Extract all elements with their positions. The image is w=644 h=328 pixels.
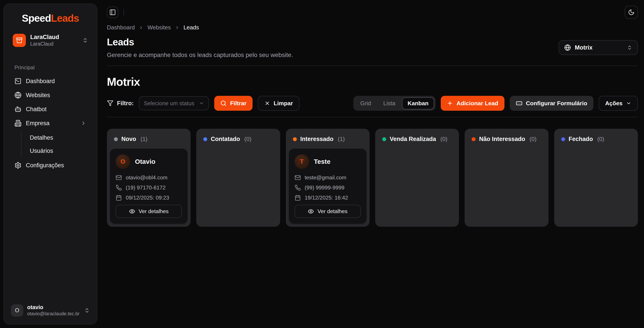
column-title: Interessado (300, 136, 334, 143)
globe-icon (564, 44, 571, 51)
mail-icon (294, 175, 301, 181)
status-dot (382, 137, 386, 141)
kanban-column: Contatado (0) (196, 129, 280, 227)
column-count: (1) (338, 136, 345, 143)
status-dot (472, 137, 476, 141)
lead-phone-text: (19) 97170-6172 (126, 185, 166, 191)
sidebar-item-configuracoes[interactable]: Configurações (9, 158, 92, 172)
kanban-board: Novo (1) O Otavio otavio@obl4.com (19) 9… (107, 129, 638, 227)
sidebar-item-websites[interactable]: Websites (9, 88, 92, 102)
filter-toolbar: Filtro: Selecione um status Filtrar Limp… (107, 96, 638, 111)
lead-card[interactable]: O Otavio otavio@obl4.com (19) 97170-6172 (110, 149, 188, 224)
mail-icon (116, 175, 122, 181)
chevron-right-icon (80, 120, 86, 126)
sidebar-item-empresa[interactable]: Empresa (9, 116, 92, 130)
breadcrumb-item-websites[interactable]: Websites (148, 24, 171, 31)
x-icon (264, 100, 270, 106)
sidebar-item-detalhes[interactable]: Detalhes (26, 131, 92, 144)
website-section-title: Motrix (107, 75, 638, 88)
user-menu[interactable]: O otavio otavio@laraclaude.tec.br (9, 302, 92, 319)
sidebar-subnav-empresa: Detalhes Usuários (21, 131, 92, 157)
view-details-button[interactable]: Ver detalhes (294, 205, 361, 218)
gear-icon (14, 162, 22, 169)
view-mode-toggle: Grid Lista Kanban (353, 96, 436, 111)
lead-card[interactable]: T Teste teste@gmail.com (99) 99999-9999 (289, 149, 366, 224)
chevron-down-icon (199, 101, 204, 106)
eye-icon (308, 208, 314, 214)
lead-date-text: 09/12/2025: 09:23 (126, 195, 169, 201)
filter-button-label: Filtrar (230, 100, 246, 107)
chevrons-up-down-icon (627, 45, 632, 50)
lead-name: Teste (314, 158, 330, 165)
kanban-column-header: Contatado (0) (199, 132, 277, 145)
sidebar-item-label: Empresa (26, 120, 50, 127)
theme-toggle-button[interactable] (625, 6, 638, 19)
column-count: (0) (440, 136, 448, 143)
workspace-selector[interactable]: LaraClaud LaraClaud (9, 31, 92, 50)
building-icon (14, 120, 22, 127)
phone-icon (116, 185, 122, 191)
site-selector[interactable]: Motrix (558, 40, 638, 55)
user-name: otavio (27, 304, 80, 310)
column-title: Não Interessado (479, 136, 525, 143)
calendar-icon (116, 195, 122, 201)
lead-avatar: T (294, 154, 309, 169)
view-mode-grid[interactable]: Grid (355, 97, 377, 109)
actions-button[interactable]: Ações (599, 96, 638, 111)
filter-button[interactable]: Filtrar (214, 96, 252, 111)
status-select[interactable]: Selecione um status (139, 96, 209, 110)
chevrons-up-down-icon (82, 38, 88, 43)
calendar-icon (294, 195, 301, 201)
sidebar-item-usuarios[interactable]: Usuários (26, 144, 92, 157)
lead-phone-text: (99) 99999-9999 (305, 185, 344, 191)
page-title: Leads (107, 37, 293, 48)
view-mode-lista[interactable]: Lista (378, 97, 401, 109)
lead-phone-row: (99) 99999-9999 (294, 185, 361, 191)
chevrons-up-down-icon (84, 308, 90, 313)
kanban-column: Não Interessado (0) (464, 129, 548, 227)
sidebar-toggle-button[interactable] (107, 7, 118, 18)
clear-button[interactable]: Limpar (258, 96, 300, 111)
kanban-column-header: Fechado (0) (557, 132, 635, 145)
brand-part-white: Speed (22, 13, 51, 24)
user-avatar: O (11, 304, 23, 316)
column-count: (0) (244, 136, 252, 143)
page-header: Leads Gerencie e acompanhe todos os lead… (107, 37, 638, 59)
breadcrumb-item-dashboard[interactable]: Dashboard (107, 24, 135, 31)
column-title: Venda Realizada (390, 136, 436, 143)
panel-left-icon (109, 9, 116, 16)
column-title: Contatado (211, 136, 240, 143)
moon-icon (628, 9, 634, 16)
view-details-button[interactable]: Ver detalhes (116, 205, 182, 218)
status-select-placeholder: Selecione um status (144, 100, 194, 107)
funnel-icon (107, 100, 114, 107)
view-mode-kanban[interactable]: Kanban (402, 97, 434, 109)
lead-email-row: otavio@obl4.com (116, 175, 182, 181)
configure-form-button-label: Configurar Formulário (526, 100, 587, 107)
actions-button-label: Ações (605, 100, 622, 107)
eye-icon (129, 208, 135, 214)
sidebar-item-label: Detalhes (30, 134, 53, 141)
configure-form-button[interactable]: Configurar Formulário (510, 96, 594, 111)
sidebar-item-label: Usuários (30, 148, 53, 154)
add-lead-button-label: Adicionar Lead (456, 100, 498, 107)
sidebar-item-chatbot[interactable]: Chatbot (9, 102, 92, 116)
main-content: Dashboard Websites Leads Leads Gerencie … (107, 0, 638, 328)
form-field-icon (516, 100, 522, 107)
add-lead-button[interactable]: Adicionar Lead (441, 96, 504, 111)
lead-name: Otavio (135, 158, 155, 165)
workspace-name: LaraClaud (30, 34, 78, 41)
page-subtitle: Gerencie e acompanhe todos os leads capt… (107, 52, 293, 59)
header-divider (107, 66, 638, 66)
chevron-right-icon (139, 25, 144, 30)
toolbar-divider (107, 117, 638, 117)
lead-email-text: otavio@obl4.com (126, 175, 167, 181)
sidebar: SpeedLeads LaraClaud LaraClaud Principal (4, 4, 97, 324)
sidebar-item-label: Websites (26, 92, 50, 99)
sidebar-item-label: Configurações (26, 162, 64, 169)
status-dot (561, 137, 565, 141)
lead-avatar: O (116, 154, 130, 169)
sidebar-item-dashboard[interactable]: Dashboard (9, 74, 92, 88)
kanban-column: Venda Realizada (0) (375, 129, 459, 227)
phone-icon (294, 185, 301, 191)
